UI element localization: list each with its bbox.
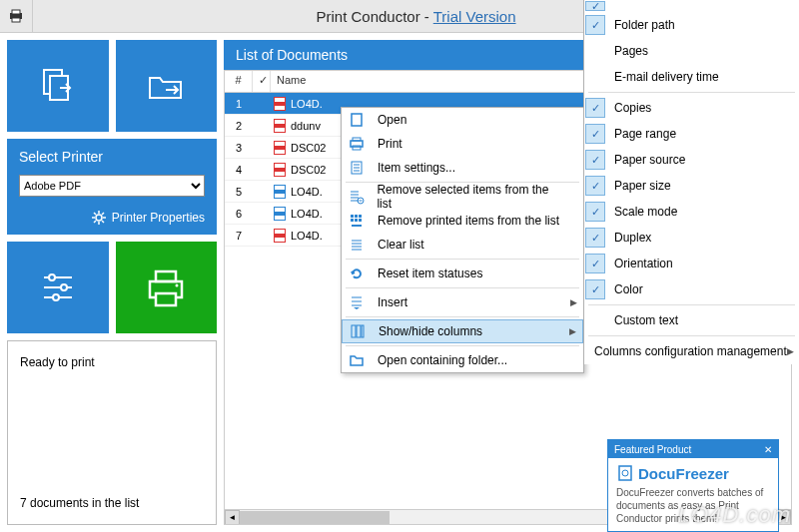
columns-submenu: ✓✓Folder pathPagesE-mail delivery time✓C… [583,0,799,364]
column-toggle[interactable]: ✓Page range [584,121,799,147]
reset-icon [346,266,368,281]
documents-icon [36,64,80,108]
ctx-reset[interactable]: Reset item statuses [342,262,583,285]
column-toggle[interactable]: ✓Duplex [584,225,799,251]
svg-rect-41 [275,212,285,216]
sliders-icon [36,266,80,309]
printer-select[interactable]: Adobe PDF [19,175,205,197]
printer-icon [142,264,190,311]
column-toggle[interactable]: ✓Paper source [584,147,799,173]
svg-rect-76 [619,466,631,480]
print-icon [346,136,368,152]
ctx-print[interactable]: Print [342,132,583,156]
svg-rect-44 [275,234,285,238]
gear-icon [92,211,106,225]
remove-printed-icon [346,213,368,229]
sidebar: Select Printer Adobe PDF Printer Propert… [7,40,217,525]
svg-rect-26 [275,102,285,106]
column-toggle[interactable]: ✓Folder path [584,12,799,38]
column-toggle[interactable]: ✓Orientation [584,251,799,276]
promo-title[interactable]: DocuFreezer [616,464,770,482]
ctx-remove-selected[interactable]: Remove selected items from the list [342,185,583,209]
col-num[interactable]: # [225,71,253,92]
svg-rect-59 [351,215,354,218]
status-ready: Ready to print [20,355,204,369]
add-folder-tile[interactable] [116,40,218,132]
printer-panel: Select Printer Adobe PDF Printer Propert… [7,139,217,235]
svg-rect-62 [351,219,354,222]
ctx-insert[interactable]: Insert▶ [342,290,583,314]
svg-rect-63 [355,219,358,222]
column-toggle[interactable]: E-mail delivery time [584,64,799,90]
svg-rect-74 [357,325,361,337]
clear-list-icon [346,237,368,253]
settings-tile[interactable] [7,242,109,333]
svg-line-10 [94,213,96,215]
watermark: LO4D.com [678,502,791,528]
column-toggle[interactable]: Custom text [584,307,799,333]
svg-point-23 [176,284,179,287]
ctx-open[interactable]: Open [342,108,583,132]
ctx-open-folder[interactable]: Open containing folder... [342,348,583,372]
svg-point-19 [53,294,59,300]
svg-rect-73 [352,325,356,337]
column-toggle[interactable]: ✓Color [584,276,799,302]
svg-rect-38 [275,190,285,194]
column-toggle[interactable]: ✓Copies [584,95,799,121]
svg-rect-22 [156,293,176,305]
printer-properties-link[interactable]: Printer Properties [19,211,205,225]
app-name: Print Conductor - [316,8,432,25]
svg-rect-60 [355,215,358,218]
status-panel: Ready to print 7 documents in the list [7,340,217,525]
column-toggle[interactable]: Pages [584,38,799,64]
svg-line-13 [102,213,104,215]
svg-rect-75 [362,325,364,337]
svg-rect-1 [12,10,20,14]
svg-rect-21 [156,271,176,281]
svg-point-77 [622,470,628,476]
columns-icon [347,323,369,339]
promo-close-button[interactable]: ✕ [764,444,772,455]
ctx-item-settings[interactable]: Item settings... [342,156,583,180]
insert-icon [346,294,368,310]
svg-point-5 [96,215,102,221]
columns-config[interactable]: Columns configuration management ▶ [584,338,799,364]
folder-icon [144,64,188,108]
col-check[interactable]: ✓ [253,71,271,92]
chevron-right-icon: ▶ [787,346,794,356]
svg-line-12 [94,221,96,223]
folder-open-icon [346,352,368,368]
ctx-remove-printed[interactable]: Remove printed items from the list [342,209,583,233]
column-toggle[interactable]: ✓Scale mode [584,199,799,225]
status-count: 7 documents in the list [20,496,204,510]
promo-head-label: Featured Product [614,444,691,455]
item-settings-icon [346,160,368,176]
start-print-tile[interactable] [116,242,218,333]
svg-rect-61 [359,215,362,218]
svg-line-11 [102,221,104,223]
svg-rect-2 [12,18,20,22]
svg-rect-32 [275,146,285,150]
ctx-clear[interactable]: Clear list [342,233,583,257]
printer-properties-label: Printer Properties [112,211,205,225]
svg-rect-47 [353,138,361,141]
svg-rect-35 [275,168,285,172]
scroll-left-button[interactable]: ◄ [225,510,240,525]
svg-point-17 [61,284,67,290]
chevron-right-icon: ▶ [569,326,576,336]
svg-point-15 [49,274,55,280]
svg-rect-64 [359,219,362,222]
chevron-right-icon: ▶ [570,297,577,307]
svg-rect-45 [352,114,362,126]
context-menu: Open Print Item settings... Remove selec… [341,107,584,373]
trial-version-link[interactable]: Trial Version [433,8,516,25]
print-quick-icon[interactable] [0,0,33,33]
column-toggle[interactable]: ✓Paper size [584,173,799,199]
remove-selected-icon [346,189,367,205]
add-documents-tile[interactable] [7,40,109,132]
open-doc-icon [346,112,368,128]
svg-rect-29 [275,124,285,128]
ctx-show-hide-columns[interactable]: Show/hide columns▶ [342,319,583,343]
select-printer-label: Select Printer [19,149,205,165]
docufreezer-icon [616,464,634,482]
